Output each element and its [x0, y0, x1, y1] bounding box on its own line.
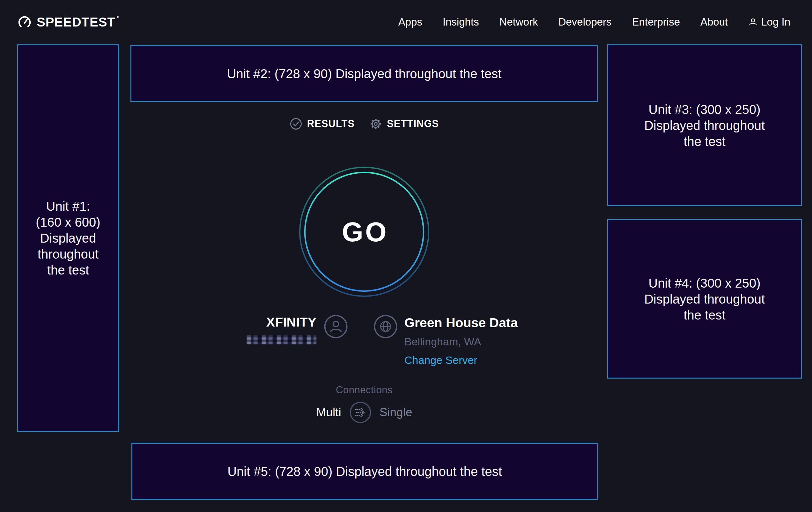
nav-item-apps[interactable]: Apps — [398, 16, 422, 28]
multi-connection-icon — [350, 402, 371, 423]
ad-unit-5-text: Unit #5: (728 x 90) Displayed throughout… — [227, 463, 502, 480]
ad-unit-4-text: Unit #4: (300 x 250) Displayed throughou… — [644, 275, 765, 323]
speedtest-gauge-icon — [18, 15, 32, 29]
tab-results[interactable]: RESULTS — [290, 117, 355, 130]
ad-unit-1-skyscraper[interactable]: Unit #1: (160 x 600) Displayed throughou… — [17, 44, 119, 432]
connections-option-single[interactable]: Single — [379, 406, 412, 419]
gear-icon — [369, 117, 382, 130]
provider-name: XFINITY — [266, 315, 316, 330]
connections-label: Connections — [130, 384, 598, 396]
nav-item-about[interactable]: About — [700, 16, 728, 28]
nav-item-enterprise[interactable]: Enterprise — [632, 16, 680, 28]
logo-wordmark: SPEEDTEST — [37, 15, 119, 29]
provider-info: XFINITY — [245, 314, 348, 344]
connections-toggle-button[interactable] — [350, 402, 371, 423]
ad-unit-2-text: Unit #2: (728 x 90) Displayed throughout… — [227, 66, 502, 82]
server-name: Green House Data — [404, 315, 518, 330]
server-info: Green House Data Bellingham, WA Change S… — [374, 314, 518, 367]
check-circle-icon — [290, 117, 302, 130]
speedtest-logo[interactable]: SPEEDTEST — [18, 11, 119, 32]
ad-unit-2-leaderboard[interactable]: Unit #2: (728 x 90) Displayed throughout… — [130, 45, 598, 102]
go-button[interactable]: GO — [298, 166, 430, 297]
login-button[interactable]: Log In — [748, 16, 790, 28]
ad-unit-3-rectangle[interactable]: Unit #3: (300 x 250) Displayed throughou… — [607, 44, 802, 206]
trademark-mark — [117, 16, 119, 18]
go-button-label: GO — [298, 166, 430, 297]
results-settings-tabs: RESULTS SETTINGS — [130, 115, 598, 133]
server-location: Bellingham, WA — [404, 335, 518, 348]
tab-settings[interactable]: SETTINGS — [369, 117, 439, 130]
globe-circle-icon — [374, 315, 397, 367]
user-icon — [748, 17, 758, 27]
ad-unit-5-leaderboard[interactable]: Unit #5: (728 x 90) Displayed throughout… — [132, 443, 598, 500]
user-circle-icon — [324, 315, 348, 344]
ad-unit-4-rectangle[interactable]: Unit #4: (300 x 250) Displayed throughou… — [607, 219, 802, 379]
connections-toggle-row: Multi Single — [130, 400, 598, 425]
nav-item-insights[interactable]: Insights — [443, 16, 479, 28]
change-server-link[interactable]: Change Server — [404, 354, 518, 367]
ad-unit-1-text: Unit #1: (160 x 600) Displayed throughou… — [36, 198, 100, 278]
nav-item-network[interactable]: Network — [499, 16, 538, 28]
nav-item-developers[interactable]: Developers — [558, 16, 612, 28]
connections-option-multi[interactable]: Multi — [316, 406, 341, 419]
top-nav: Apps Insights Network Developers Enterpr… — [398, 0, 790, 44]
provider-ip-redacted — [247, 335, 316, 344]
ad-unit-3-text: Unit #3: (300 x 250) Displayed throughou… — [644, 102, 765, 150]
